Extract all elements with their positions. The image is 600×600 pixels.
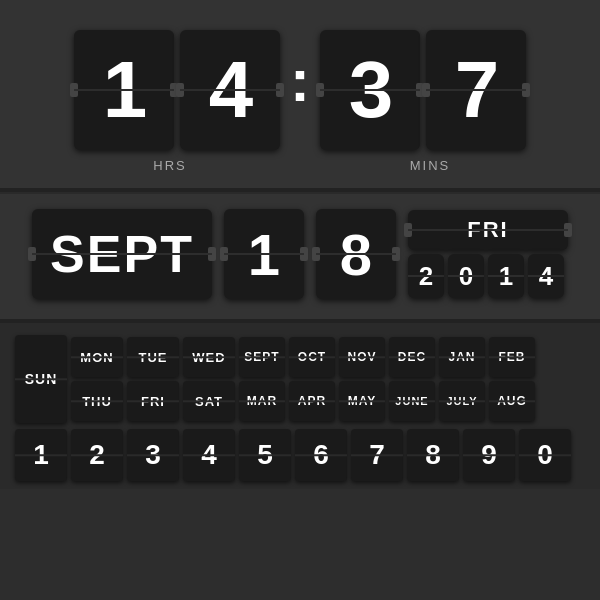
spare-sat-tile: SAT — [183, 381, 235, 421]
spare-num-3: 3 — [127, 429, 179, 481]
spare-month-col-1: SEPT MAR — [239, 337, 285, 421]
clock-labels: HRS MINS — [20, 158, 580, 173]
hinge-left — [404, 223, 412, 237]
spare-mon: MON — [80, 350, 113, 365]
spare-sept-tile: SEPT — [239, 337, 285, 377]
year-d4: 4 — [539, 261, 553, 292]
spare-july-tile: JULY — [439, 381, 485, 421]
year-d2: 0 — [459, 261, 473, 292]
spare-sun: SUN — [25, 371, 58, 387]
year-stack: FRI 2 0 1 4 — [408, 210, 568, 298]
spare-num-9: 9 — [463, 429, 515, 481]
year-d1: 2 — [419, 261, 433, 292]
dow-value: FRI — [467, 217, 508, 243]
min-tens-tile: 3 — [320, 30, 420, 150]
spare-numbers-row: 1 2 3 4 5 6 7 8 9 0 — [15, 429, 585, 481]
year-d2-tile: 0 — [448, 254, 484, 298]
year-d3: 1 — [499, 261, 513, 292]
spare-days-months-row: SUN MON THU TUE FRI WED SAT — [15, 335, 585, 423]
hinge-right — [522, 83, 530, 97]
month-value: SEPT — [50, 224, 194, 284]
min-units-tile: 7 — [426, 30, 526, 150]
hinge-right — [208, 247, 216, 261]
hour-units-tile: 4 — [180, 30, 280, 150]
spare-sun-tile: SUN — [15, 335, 67, 423]
spare-oct-tile: OCT — [289, 337, 335, 377]
day-units-value: 8 — [340, 221, 372, 288]
hinge-left — [28, 247, 36, 261]
spare-num-2: 2 — [71, 429, 123, 481]
spare-aug-tile: AUG — [489, 381, 535, 421]
spare-dec-tile: DEC — [389, 337, 435, 377]
date-section: SEPT 1 8 FRI 2 0 1 4 — [0, 192, 600, 319]
spare-nov: NOV — [347, 350, 376, 364]
hinge-left — [422, 83, 430, 97]
spare-oct: OCT — [298, 350, 326, 364]
spare-month-col-4: DEC JUNE — [389, 337, 435, 421]
hinge-left — [316, 83, 324, 97]
spare-tue-tile: TUE — [127, 337, 179, 377]
spare-num-1: 1 — [15, 429, 67, 481]
month-tile: SEPT — [32, 209, 212, 299]
spare-num-7: 7 — [351, 429, 403, 481]
year-row: 2 0 1 4 — [408, 254, 568, 298]
spare-sept: SEPT — [244, 350, 279, 364]
spare-month-col-6: FEB AUG — [489, 337, 535, 421]
year-d3-tile: 1 — [488, 254, 524, 298]
spare-weekday-col-2: TUE FRI — [127, 337, 179, 421]
spare-jan-tile: JAN — [439, 337, 485, 377]
spare-may-tile: MAY — [339, 381, 385, 421]
day-units-tile: 8 — [316, 209, 396, 299]
spare-june-tile: JUNE — [389, 381, 435, 421]
spare-num-4: 4 — [183, 429, 235, 481]
mins-label: MINS — [320, 158, 540, 173]
spare-num-6: 6 — [295, 429, 347, 481]
spare-wed: WED — [192, 350, 225, 365]
spare-thu: THU — [82, 394, 112, 409]
year-d4-tile: 4 — [528, 254, 564, 298]
spare-num-5: 5 — [239, 429, 291, 481]
hour-units-value: 4 — [209, 44, 252, 136]
spare-june: JUNE — [395, 395, 428, 407]
clock-section: 1 4 : 3 7 HRS MINS — [0, 0, 600, 188]
hinge-right — [300, 247, 308, 261]
day-tens-tile: 1 — [224, 209, 304, 299]
spare-feb-tile: FEB — [489, 337, 535, 377]
spare-weekday-col-1: MON THU — [71, 337, 123, 421]
spare-mon-tile: MON — [71, 337, 123, 377]
min-tens-value: 3 — [349, 44, 392, 136]
spare-weekday-col-3: WED SAT — [183, 337, 235, 421]
spare-num-8: 8 — [407, 429, 459, 481]
hinge-right — [276, 83, 284, 97]
spare-dec: DEC — [398, 350, 426, 364]
spare-section: SUN MON THU TUE FRI WED SAT — [0, 323, 600, 489]
spare-apr: APR — [298, 394, 326, 408]
spare-tue: TUE — [139, 350, 168, 365]
spare-mar: MAR — [247, 394, 277, 408]
spare-fri: FRI — [141, 394, 165, 409]
spare-mar-tile: MAR — [239, 381, 285, 421]
spare-sat: SAT — [195, 394, 223, 409]
hinge-left — [312, 247, 320, 261]
spare-nov-tile: NOV — [339, 337, 385, 377]
year-d1-tile: 2 — [408, 254, 444, 298]
hinge-right — [564, 223, 572, 237]
spare-aug: AUG — [497, 394, 527, 408]
clock-row: 1 4 : 3 7 — [74, 30, 526, 150]
spare-month-col-5: JAN JULY — [439, 337, 485, 421]
spare-feb: FEB — [499, 350, 526, 364]
spare-jan: JAN — [448, 350, 475, 364]
min-units-value: 7 — [455, 44, 498, 136]
hinge-left — [176, 83, 184, 97]
spare-num-0: 0 — [519, 429, 571, 481]
hour-tens-tile: 1 — [74, 30, 174, 150]
dow-tile: FRI — [408, 210, 568, 250]
day-tens-value: 1 — [248, 221, 280, 288]
hour-tens-value: 1 — [103, 44, 146, 136]
hrs-label: HRS — [60, 158, 280, 173]
spare-wed-tile: WED — [183, 337, 235, 377]
spare-may: MAY — [348, 394, 377, 408]
spare-apr-tile: APR — [289, 381, 335, 421]
spare-month-col-2: OCT APR — [289, 337, 335, 421]
spare-fri-tile: FRI — [127, 381, 179, 421]
